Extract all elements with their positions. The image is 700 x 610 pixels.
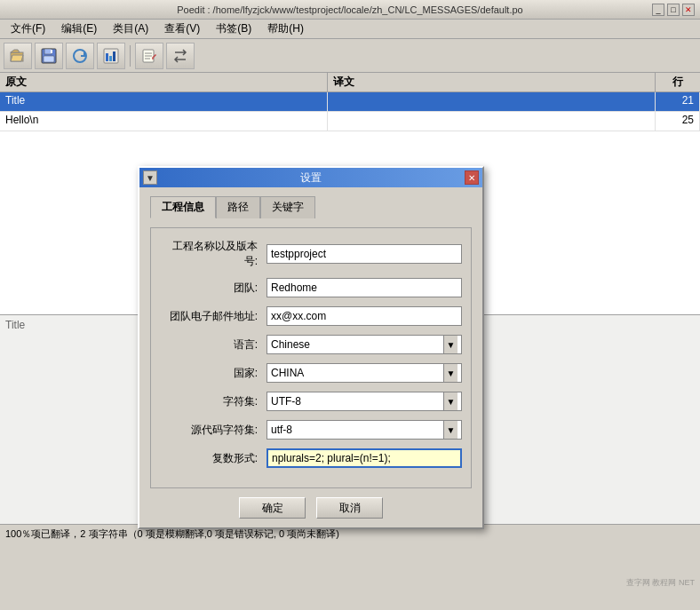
save-button[interactable] <box>35 43 63 69</box>
open-icon <box>10 48 26 64</box>
form-row-email: 团队电子邮件地址: <box>160 306 462 326</box>
maximize-button[interactable]: □ <box>667 4 680 16</box>
select-source-charset[interactable]: utf-8 ▼ <box>266 420 462 440</box>
cell-source: Title <box>0 92 328 111</box>
reload-button[interactable] <box>66 43 94 69</box>
status-text: 100％项已翻译，2 项字符串（0 项是模糊翻译,0 项是错误标记, 0 项尚未… <box>5 527 339 541</box>
cell-line: 25 <box>656 112 700 131</box>
label-country: 国家: <box>160 366 266 381</box>
select-charset-arrow: ▼ <box>443 392 457 410</box>
form-row-team: 团队: <box>160 278 462 297</box>
reload-icon <box>72 48 88 64</box>
toolbar <box>0 39 700 73</box>
menu-help[interactable]: 帮助(H) <box>260 20 311 38</box>
svg-rect-3 <box>44 56 54 62</box>
label-language: 语言: <box>160 337 266 353</box>
close-button[interactable]: ✕ <box>682 4 695 16</box>
select-language-arrow: ▼ <box>443 336 457 353</box>
dialog-close-button[interactable]: ✕ <box>465 170 479 185</box>
stats-button[interactable] <box>97 43 125 69</box>
form-row-language: 语言: Chinese ▼ <box>160 335 462 354</box>
toolbar-separator <box>130 45 131 67</box>
select-country-arrow: ▼ <box>443 364 457 382</box>
menu-view[interactable]: 查看(V) <box>157 20 207 38</box>
col-line-header: 行 <box>656 73 700 91</box>
svg-rect-2 <box>44 49 52 54</box>
title-bar-text: Poedit : /home/lfyzjck/www/testproject/l… <box>5 4 695 15</box>
tab-content: 工程名称以及版本号: 团队: 团队电子邮件地址: 语言: Chin <box>150 227 472 488</box>
form-row-plural: 复数形式: <box>160 448 462 468</box>
label-project: 工程名称以及版本号: <box>160 239 266 269</box>
tabs: 工程信息 路径 关键字 <box>150 196 472 218</box>
stats-icon <box>103 48 119 64</box>
title-bar-buttons: _ □ ✕ <box>652 4 695 16</box>
label-team: 团队: <box>160 281 266 296</box>
title-bar: Poedit : /home/lfyzjck/www/testproject/l… <box>0 0 700 20</box>
edit-button[interactable] <box>135 43 163 69</box>
menu-category[interactable]: 类目(A) <box>106 20 155 38</box>
dialog-title-bar: ▼ 设置 ✕ <box>139 168 482 187</box>
settings-dialog: ▼ 设置 ✕ 工程信息 路径 关键字 工程名称以及版本号: 团队: <box>138 166 484 529</box>
form-row-project: 工程名称以及版本号: <box>160 239 462 269</box>
menu-bookmark[interactable]: 书签(B) <box>209 20 259 38</box>
open-button[interactable] <box>4 43 32 69</box>
minimize-button[interactable]: _ <box>652 4 664 16</box>
edit-icon <box>141 48 157 64</box>
svg-rect-8 <box>109 56 112 61</box>
input-plural[interactable] <box>266 448 462 468</box>
label-charset: 字符集: <box>160 394 266 409</box>
cell-trans <box>328 112 656 131</box>
select-country-value: CHINA <box>271 367 443 379</box>
select-language[interactable]: Chinese ▼ <box>266 335 462 354</box>
form-row-source-charset: 源代码字符集: utf-8 ▼ <box>160 420 462 440</box>
select-language-value: Chinese <box>271 338 443 351</box>
save-icon <box>41 48 57 64</box>
swap-icon <box>172 48 188 64</box>
confirm-button[interactable]: 确定 <box>239 497 306 519</box>
dialog-title-text: 设置 <box>145 170 477 186</box>
select-source-charset-value: utf-8 <box>271 424 443 436</box>
swap-button[interactable] <box>166 43 195 69</box>
label-email: 团队电子邮件地址: <box>160 309 266 324</box>
label-source-charset: 源代码字符集: <box>160 423 266 438</box>
select-charset[interactable]: UTF-8 ▼ <box>266 392 462 411</box>
tab-project-info[interactable]: 工程信息 <box>150 196 216 218</box>
svg-rect-7 <box>106 53 108 61</box>
select-charset-value: UTF-8 <box>271 395 443 408</box>
input-team[interactable] <box>266 278 462 297</box>
dialog-buttons: 确定 取消 <box>150 497 472 519</box>
svg-rect-4 <box>51 50 52 53</box>
label-plural: 复数形式: <box>160 451 266 466</box>
watermark: 查字网 教程网 NET <box>626 577 695 589</box>
menu-bar: 文件(F) 编辑(E) 类目(A) 查看(V) 书签(B) 帮助(H) <box>0 20 700 39</box>
form-row-charset: 字符集: UTF-8 ▼ <box>160 392 462 411</box>
cancel-button[interactable]: 取消 <box>316 497 383 519</box>
cell-source: Hello\n <box>0 112 328 131</box>
cell-line: 21 <box>656 92 700 111</box>
table-header: 原文 译文 行 <box>0 73 700 92</box>
input-email[interactable] <box>266 306 462 326</box>
select-source-charset-arrow: ▼ <box>443 421 457 439</box>
col-source-header: 原文 <box>0 73 328 91</box>
menu-edit[interactable]: 编辑(E) <box>54 20 104 38</box>
tab-path[interactable]: 路径 <box>216 196 260 218</box>
select-country[interactable]: CHINA ▼ <box>266 363 462 383</box>
table-row[interactable]: Hello\n 25 <box>0 112 700 131</box>
cell-trans <box>328 92 656 111</box>
col-trans-header: 译文 <box>328 73 656 91</box>
dialog-content: 工程信息 路径 关键字 工程名称以及版本号: 团队: 团队电子邮件地址: <box>139 187 482 527</box>
svg-rect-9 <box>113 51 115 61</box>
tab-keyword[interactable]: 关键字 <box>260 196 315 218</box>
dialog-minimize-button[interactable]: ▼ <box>143 170 157 185</box>
menu-file[interactable]: 文件(F) <box>4 20 52 38</box>
table-row[interactable]: Title 21 <box>0 92 700 112</box>
form-row-country: 国家: CHINA ▼ <box>160 363 462 383</box>
input-project[interactable] <box>266 244 462 264</box>
